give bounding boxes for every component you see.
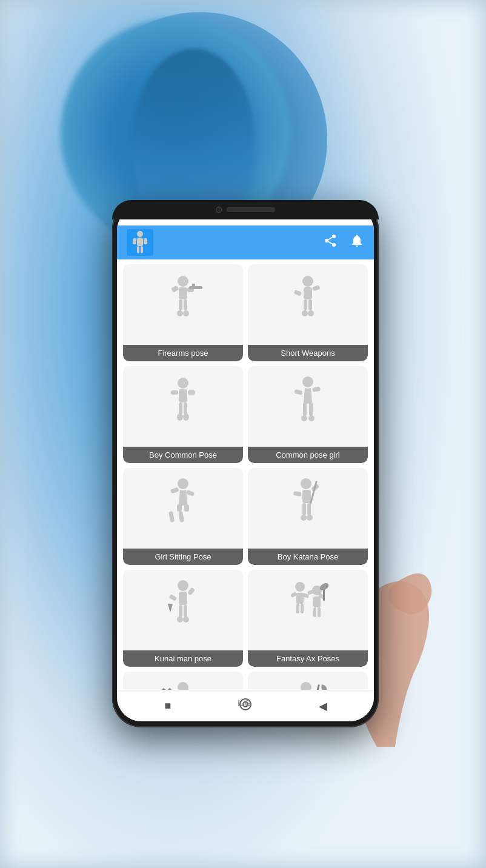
svg-rect-4 (137, 246, 139, 253)
svg-rect-15 (189, 286, 202, 289)
svg-rect-74 (301, 604, 304, 613)
svg-rect-25 (304, 299, 307, 310)
svg-rect-17 (179, 299, 182, 310)
svg-marker-64 (168, 604, 173, 613)
pose-label-fantasy-ax: Fantasy Ax Poses (248, 650, 368, 667)
pose-label-firearms: Firearms pose (123, 345, 243, 361)
svg-point-67 (177, 616, 183, 623)
pose-figure-girl-common (248, 366, 368, 447)
svg-rect-82 (318, 607, 321, 617)
svg-point-6 (332, 235, 336, 238)
svg-point-93 (301, 682, 311, 690)
svg-rect-39 (312, 386, 321, 392)
svg-point-44 (178, 478, 188, 489)
svg-rect-13 (171, 285, 179, 292)
svg-rect-48 (184, 504, 189, 512)
logo-figure (129, 230, 151, 255)
svg-point-43 (308, 415, 315, 421)
svg-rect-62 (169, 594, 178, 601)
camera-dot (216, 207, 222, 213)
svg-rect-65 (179, 605, 182, 617)
svg-rect-40 (303, 402, 307, 416)
svg-point-28 (308, 310, 314, 316)
pose-card-girl-sitting[interactable]: Girl Sitting Pose (123, 468, 243, 565)
pose-card-girl-common[interactable]: Common pose girl (248, 366, 368, 463)
svg-rect-1 (137, 238, 143, 246)
pose-card-kunai[interactable]: Kunai man pose (123, 570, 243, 667)
svg-rect-66 (184, 605, 187, 617)
pose-label-kunai: Kunai man pose (123, 650, 243, 667)
svg-rect-52 (302, 490, 311, 503)
pose-label-girl-common: Common pose girl (248, 447, 368, 463)
pose-card-fantasy-ax[interactable]: Fantasy Ax Poses (248, 570, 368, 667)
svg-point-19 (177, 310, 183, 316)
svg-point-69 (295, 582, 305, 592)
pose-grid-container[interactable]: Firearms pose (117, 259, 374, 690)
svg-point-59 (307, 515, 313, 521)
svg-point-83 (178, 682, 188, 690)
svg-point-35 (177, 413, 183, 421)
svg-point-20 (183, 310, 189, 316)
svg-rect-23 (294, 290, 302, 296)
pose-card-boy-katana[interactable]: Boy Katana Pose (248, 468, 368, 565)
pose-label-girl-sitting: Girl Sitting Pose (123, 549, 243, 565)
pose-figure-shuriken (123, 672, 243, 690)
svg-rect-76 (313, 596, 321, 607)
svg-rect-30 (179, 389, 187, 402)
svg-rect-3 (144, 238, 147, 244)
svg-rect-34 (184, 402, 187, 415)
back-icon: ◀ (319, 699, 327, 713)
pose-label-boy-katana: Boy Katana Pose (248, 549, 368, 565)
svg-point-60 (178, 580, 188, 591)
nav-stop-button[interactable]: ■ (159, 698, 176, 715)
svg-point-68 (183, 616, 189, 623)
pose-card-guan-dao[interactable]: Guan Dao Boy Poses (248, 672, 368, 690)
phone-brand-label: LG (238, 698, 253, 708)
svg-rect-38 (294, 389, 302, 395)
svg-rect-57 (307, 503, 311, 515)
svg-rect-47 (177, 504, 182, 512)
svg-rect-71 (290, 592, 298, 598)
svg-rect-5 (141, 246, 143, 253)
svg-rect-31 (171, 390, 178, 395)
phone-screen: Firearms pose (117, 206, 374, 721)
svg-rect-16 (192, 284, 195, 289)
svg-rect-77 (307, 589, 314, 595)
app-logo (127, 229, 153, 256)
pose-card-firearms[interactable]: Firearms pose (123, 264, 243, 361)
nav-back-button[interactable]: ◀ (315, 698, 331, 715)
svg-rect-41 (309, 402, 313, 416)
pose-figure-boy-common (123, 366, 243, 447)
share-icon[interactable] (323, 233, 338, 252)
pose-card-boy-common[interactable]: Boy Common Pose (123, 366, 243, 463)
svg-point-0 (137, 231, 143, 237)
pose-label-boy-common: Boy Common Pose (123, 447, 243, 463)
pose-card-shuriken[interactable]: Shuriken Boy Poses (123, 672, 243, 690)
bell-icon[interactable] (350, 233, 364, 252)
svg-point-7 (325, 239, 328, 242)
pose-figure-fantasy-ax (248, 570, 368, 650)
pose-figure-firearms (123, 264, 243, 345)
header-icons (323, 233, 364, 252)
svg-rect-61 (179, 592, 187, 605)
pose-figure-kunai (123, 570, 243, 650)
svg-rect-26 (308, 299, 312, 310)
svg-rect-53 (293, 491, 302, 496)
svg-point-58 (301, 515, 307, 521)
svg-rect-73 (296, 604, 299, 613)
svg-rect-70 (296, 593, 304, 604)
pose-label-short-weapons: Short Weapons (248, 345, 368, 361)
svg-rect-81 (313, 607, 316, 617)
svg-rect-2 (133, 238, 136, 244)
svg-rect-18 (184, 299, 187, 310)
pose-figure-guan-dao (248, 672, 368, 690)
svg-line-9 (328, 242, 333, 244)
svg-point-8 (332, 243, 336, 247)
svg-rect-24 (312, 284, 321, 291)
svg-rect-63 (187, 587, 195, 595)
pose-card-short-weapons[interactable]: Short Weapons (248, 264, 368, 361)
svg-rect-46 (186, 490, 195, 496)
pose-grid: Firearms pose (123, 264, 368, 690)
svg-rect-12 (179, 287, 187, 299)
svg-point-42 (301, 415, 307, 421)
